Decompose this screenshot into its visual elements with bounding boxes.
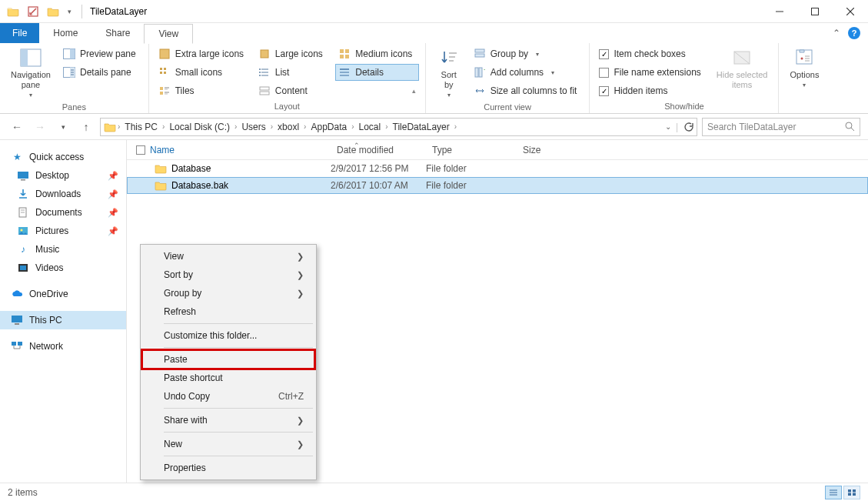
ctx-view[interactable]: View❯	[142, 247, 314, 266]
sidebar-music[interactable]: ♪Music	[0, 240, 126, 259]
layout-scroll-up-icon[interactable]: ▴	[412, 87, 416, 95]
column-header-date[interactable]: Date modified	[331, 145, 426, 155]
options-button[interactable]: Options▾	[785, 45, 823, 91]
sidebar-network[interactable]: Network	[0, 337, 126, 356]
thumbnails-view-toggle[interactable]	[843, 486, 860, 499]
view-toggle	[825, 486, 860, 499]
ctx-undo[interactable]: Undo CopyCtrl+Z	[142, 387, 314, 406]
sidebar-quick-access[interactable]: ★Quick access	[0, 148, 126, 166]
column-header-name[interactable]: Name	[127, 145, 331, 155]
ctx-sort-by[interactable]: Sort by❯	[142, 266, 314, 284]
column-header-size[interactable]: Size	[517, 145, 578, 155]
tab-file[interactable]: File	[0, 23, 39, 43]
maximize-button[interactable]	[797, 0, 833, 23]
file-extensions-toggle[interactable]: File name extensions	[596, 64, 707, 81]
ctx-group-by[interactable]: Group by❯	[142, 284, 314, 302]
chevron-right-icon[interactable]: ›	[304, 122, 306, 131]
content-button[interactable]: Content	[255, 82, 334, 99]
tab-view[interactable]: View	[144, 24, 193, 44]
add-columns-button[interactable]: +Add columns▾	[471, 64, 584, 81]
back-button[interactable]: ←	[8, 118, 26, 136]
address-dropdown-icon[interactable]: ⌄	[665, 122, 671, 131]
hidden-items-toggle[interactable]: ✓Hidden items	[596, 82, 707, 99]
sidebar-item-label: Documents	[35, 207, 82, 218]
chevron-right-icon[interactable]: ›	[271, 122, 273, 131]
sort-by-button[interactable]: Sort by▾	[432, 45, 466, 101]
breadcrumb[interactable]: Users	[238, 122, 268, 132]
column-header-type[interactable]: Type	[426, 145, 517, 155]
table-row[interactable]: Database.bak 2/6/2017 10:07 AM File fold…	[127, 177, 868, 194]
tab-home[interactable]: Home	[39, 23, 91, 43]
tab-share[interactable]: Share	[91, 23, 144, 43]
navigation-pane-button[interactable]: Navigation pane▾	[6, 45, 55, 101]
size-columns-button[interactable]: Size all columns to fit	[471, 82, 584, 99]
ctx-paste-shortcut[interactable]: Paste shortcut	[142, 369, 314, 387]
details-pane-button[interactable]: Details pane	[60, 64, 142, 81]
ctx-share-with[interactable]: Share with❯	[142, 411, 314, 429]
tiles-button[interactable]: Tiles	[155, 82, 254, 99]
preview-pane-button[interactable]: Preview pane	[60, 45, 142, 62]
chevron-right-icon[interactable]: ›	[162, 122, 165, 131]
list-button[interactable]: List	[255, 64, 334, 81]
address-bar[interactable]: › This PC› Local Disk (C:)› Users› xboxl…	[100, 118, 697, 136]
sidebar-onedrive[interactable]: OneDrive	[0, 285, 126, 303]
close-button[interactable]	[833, 0, 868, 23]
chevron-right-icon[interactable]: ›	[385, 122, 387, 131]
item-check-boxes-toggle[interactable]: ✓Item check boxes	[596, 45, 707, 62]
sidebar-item-label: Quick access	[29, 152, 84, 162]
help-icon[interactable]: ?	[848, 27, 860, 39]
svg-rect-78	[853, 489, 856, 493]
ctx-customize[interactable]: Customize this folder...	[142, 326, 314, 345]
collapse-ribbon-icon[interactable]: ⌃	[833, 28, 840, 38]
hide-selected-button[interactable]: Hide selected items	[712, 45, 773, 92]
ctx-new[interactable]: New❯	[142, 435, 314, 453]
new-folder-icon[interactable]	[45, 3, 62, 20]
sidebar-downloads[interactable]: Downloads📌	[0, 185, 126, 203]
refresh-icon[interactable]	[683, 122, 693, 132]
properties-icon[interactable]	[25, 3, 42, 20]
ribbon-help: ⌃ ?	[833, 23, 860, 43]
large-icons-button[interactable]: Large icons	[255, 45, 334, 62]
medium-icons-button[interactable]: Medium icons	[335, 45, 418, 62]
item-check-label: Item check boxes	[614, 48, 685, 59]
ctx-paste[interactable]: Paste	[142, 350, 314, 369]
up-button[interactable]: ↑	[77, 118, 95, 136]
documents-icon	[17, 206, 29, 219]
select-all-checkbox[interactable]	[136, 145, 145, 155]
sidebar-this-pc[interactable]: This PC	[0, 311, 126, 329]
sidebar-videos[interactable]: Videos	[0, 259, 126, 277]
svg-rect-67	[12, 316, 22, 322]
qat-dropdown-icon[interactable]: ▾	[65, 3, 74, 20]
breadcrumb[interactable]: xboxl	[274, 122, 302, 132]
breadcrumb[interactable]: Local Disk (C:)	[166, 122, 233, 132]
chevron-right-icon[interactable]: ›	[234, 122, 237, 131]
forward-button[interactable]: →	[31, 118, 49, 136]
group-layout-label: Layout	[155, 100, 419, 113]
details-view-button[interactable]: Details	[335, 64, 418, 81]
breadcrumb[interactable]: AppData	[308, 122, 350, 132]
table-row[interactable]: Database 2/9/2017 12:56 PM File folder	[127, 160, 868, 177]
search-input[interactable]: Search TileDataLayer	[702, 118, 860, 136]
folder-icon[interactable]	[5, 3, 22, 20]
ctx-refresh[interactable]: Refresh	[142, 302, 314, 321]
minimize-button[interactable]	[762, 0, 797, 23]
chevron-right-icon[interactable]: ›	[454, 122, 457, 131]
file-type: File folder	[426, 163, 517, 174]
svg-rect-77	[848, 489, 851, 493]
ctx-properties[interactable]: Properties	[142, 459, 314, 477]
downloads-icon	[17, 188, 29, 200]
group-by-button[interactable]: Group by▾	[471, 45, 584, 62]
recent-dropdown[interactable]: ▾	[54, 118, 72, 136]
chevron-right-icon[interactable]: ›	[118, 122, 120, 131]
breadcrumb[interactable]: This PC	[121, 122, 161, 132]
chevron-right-icon[interactable]: ›	[351, 122, 354, 131]
breadcrumb[interactable]: Local	[356, 122, 384, 132]
breadcrumb[interactable]: TileDataLayer	[390, 122, 453, 132]
details-view-toggle[interactable]	[825, 486, 842, 499]
sidebar-desktop[interactable]: Desktop📌	[0, 166, 126, 185]
sidebar-documents[interactable]: Documents📌	[0, 203, 126, 222]
chevron-right-icon: ❯	[297, 270, 304, 280]
sidebar-pictures[interactable]: Pictures📌	[0, 222, 126, 240]
small-icons-button[interactable]: Small icons	[155, 64, 254, 81]
extra-large-icons-button[interactable]: Extra large icons	[155, 45, 254, 62]
